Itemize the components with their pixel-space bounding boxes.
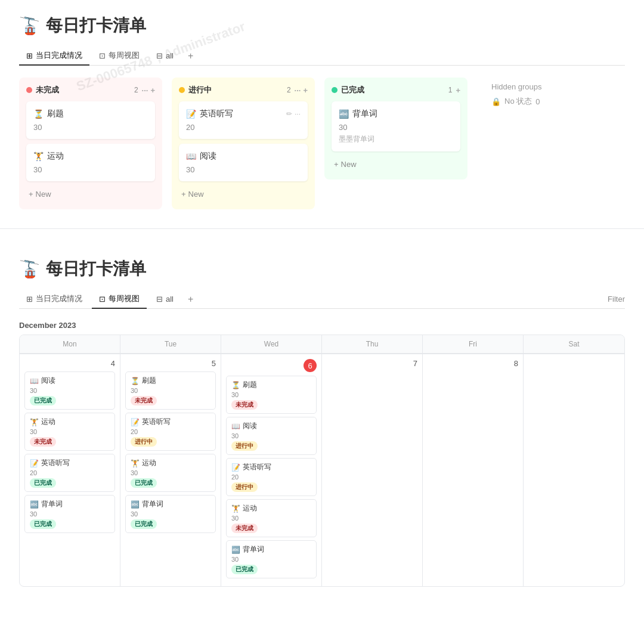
tab-icon-all-2: ⊟ (156, 295, 163, 304)
col-add-icon[interactable]: + (150, 86, 155, 95)
cal-cell-4: 8 (423, 354, 524, 586)
title-text-2: 每日打卡清单 (46, 258, 146, 280)
cal-card-1-2[interactable]: 🏋运动30已完成 (125, 454, 216, 492)
card-more-icon[interactable]: ··· (295, 110, 301, 118)
cal-card-2-1[interactable]: 📖阅读30进行中 (226, 417, 317, 455)
card-emoji-shuti: ⏳ (33, 109, 44, 119)
card-title-beidan: 🔤 背单词 (339, 109, 453, 119)
col-actions-uncomplete[interactable]: ··· + (142, 86, 155, 95)
col-actions-inprogress[interactable]: ··· + (295, 86, 308, 95)
cal-card-0-3[interactable]: 🔤背单词30已完成 (24, 495, 115, 533)
new-button-complete[interactable]: + New (332, 156, 460, 172)
status-dot-complete (332, 87, 338, 93)
card-emoji-yingyutingxie: 📝 (186, 109, 196, 119)
cal-date-2: 6 (304, 359, 317, 372)
cal-card-title-0-1: 🏋运动 (30, 417, 110, 427)
card-title-yundong: 🏋 运动 (33, 151, 148, 162)
cal-card-title-2-3: 🏋运动 (231, 503, 311, 513)
page-title-1: 🚡 每日打卡清单 (19, 14, 625, 37)
cal-cell-3: 7 (322, 354, 423, 586)
column-complete: 已完成 1 + 🔤 背单词 30 墨墨背单词 + New (324, 78, 467, 179)
cal-card-badge-0-0: 已完成 (30, 396, 56, 405)
card-value-shuti: 30 (33, 123, 148, 132)
tab-weekly-2[interactable]: ⊡ 每周视图 (92, 290, 147, 309)
cal-card-2-4[interactable]: 🔤背单词30已完成 (226, 540, 317, 578)
card-title-yuedu: 📖 阅读 (186, 151, 301, 162)
cal-card-badge-1-0: 未完成 (131, 396, 157, 405)
tab-weekly-1[interactable]: ⊡ 每周视图 (92, 47, 147, 66)
cal-card-value-2-4: 30 (231, 556, 311, 563)
col-more-icon[interactable]: ··· (142, 86, 148, 95)
cal-card-2-0[interactable]: ⏳刷题30未完成 (226, 376, 317, 414)
cal-card-1-3[interactable]: 🔤背单词30已完成 (125, 495, 216, 533)
cal-card-1-1[interactable]: 📝英语听写20进行中 (125, 413, 216, 451)
tab-all-1[interactable]: ⊟ all (149, 48, 181, 65)
tab-daily-1[interactable]: ⊞ 当日完成情况 (19, 47, 89, 66)
tab-icon-daily-2: ⊞ (26, 295, 33, 304)
cal-card-badge-2-0: 未完成 (231, 400, 258, 410)
card-text-beidan: 背单词 (352, 109, 377, 119)
tab-label-daily-1: 当日完成情况 (36, 50, 82, 61)
add-tab-button-1[interactable]: + (183, 48, 198, 64)
cal-date-1: 5 (125, 359, 216, 368)
col-title-uncomplete: 未完成 (36, 85, 131, 95)
col-title-inprogress: 进行中 (188, 85, 283, 95)
filter-button[interactable]: Filter (608, 295, 625, 304)
cal-card-title-2-1: 📖阅读 (231, 421, 311, 431)
day-header-tue: Tue (120, 335, 221, 353)
cal-card-value-0-3: 30 (30, 510, 110, 518)
cal-card-0-0[interactable]: 📖阅读30已完成 (24, 371, 115, 410)
col-add-icon-inprogress[interactable]: + (303, 86, 308, 95)
cal-cell-5 (524, 354, 624, 586)
tab-all-2[interactable]: ⊟ all (149, 291, 181, 308)
column-header-uncomplete: 未完成 2 ··· + (26, 85, 155, 95)
tab-label-all-2: all (166, 295, 174, 304)
cal-card-2-3[interactable]: 🏋运动30未完成 (226, 499, 317, 537)
cal-cell-0: 4📖阅读30已完成🏋运动30未完成📝英语听写20已完成🔤背单词30已完成 (20, 354, 120, 586)
cal-card-title-2-2: 📝英语听写 (231, 462, 311, 472)
section-divider (0, 228, 644, 229)
page-title-2: 🚡 每日打卡清单 (19, 258, 625, 280)
tab-label-daily-2: 当日完成情况 (36, 293, 82, 304)
column-inprogress: 进行中 2 ··· + 📝 英语听写 ✏ ··· (172, 78, 315, 209)
column-header-inprogress: 进行中 2 ··· + (179, 85, 308, 95)
cal-card-value-1-3: 30 (131, 510, 210, 518)
cal-card-badge-0-3: 已完成 (30, 519, 56, 529)
tab-icon-daily-1: ⊞ (26, 51, 33, 60)
cal-card-0-1[interactable]: 🏋运动30未完成 (24, 413, 115, 451)
new-icon-complete: + (334, 160, 339, 169)
col-add-icon-complete[interactable]: + (456, 86, 460, 95)
tabs-1: ⊞ 当日完成情况 ⊡ 每周视图 ⊟ all + (19, 47, 625, 66)
new-button-inprogress[interactable]: + New (179, 186, 308, 202)
cal-card-badge-0-1: 未完成 (30, 437, 56, 447)
add-tab-button-2[interactable]: + (183, 292, 198, 307)
new-label-inprogress: New (188, 190, 204, 199)
cal-card-badge-2-4: 已完成 (231, 565, 258, 574)
card-value-beidan: 30 (339, 123, 453, 132)
cal-card-badge-2-1: 进行中 (231, 441, 258, 451)
tab-daily-2[interactable]: ⊞ 当日完成情况 (19, 290, 89, 309)
day-header-fri: Fri (423, 335, 524, 353)
cal-card-value-2-3: 30 (231, 515, 311, 522)
cal-card-2-2[interactable]: 📝英语听写20进行中 (226, 458, 317, 496)
column-header-complete: 已完成 1 + (332, 85, 460, 95)
hidden-groups: Hidden groups 🔒 No 状态 0 (491, 78, 542, 107)
column-uncomplete: 未完成 2 ··· + ⏳ 刷题 30 🏋 (19, 78, 162, 209)
card-text-shuti: 刷题 (47, 109, 64, 119)
title-text-1: 每日打卡清单 (46, 14, 146, 37)
new-icon-uncomplete: + (29, 190, 33, 199)
card-yuedu: 📖 阅读 30 (179, 144, 308, 181)
card-edit-icon[interactable]: ✏ (286, 110, 292, 118)
col-count-uncomplete: 2 (134, 86, 138, 94)
cal-card-0-2[interactable]: 📝英语听写20已完成 (24, 454, 115, 492)
new-button-uncomplete[interactable]: + New (26, 186, 155, 202)
cal-card-1-0[interactable]: ⏳刷题30未完成 (125, 371, 216, 410)
col-more-icon-inprogress[interactable]: ··· (295, 86, 301, 95)
cal-card-value-0-1: 30 (30, 428, 110, 435)
col-actions-complete[interactable]: + (456, 86, 460, 95)
calendar-grid: Mon Tue Wed Thu Fri Sat 4📖阅读30已完成🏋运动30未完… (19, 335, 625, 587)
cal-card-badge-0-2: 已完成 (30, 478, 56, 488)
card-emoji-yundong: 🏋 (33, 151, 44, 161)
cal-card-title-0-3: 🔤背单词 (30, 499, 110, 509)
hidden-groups-item: 🔒 No 状态 0 (491, 96, 542, 107)
